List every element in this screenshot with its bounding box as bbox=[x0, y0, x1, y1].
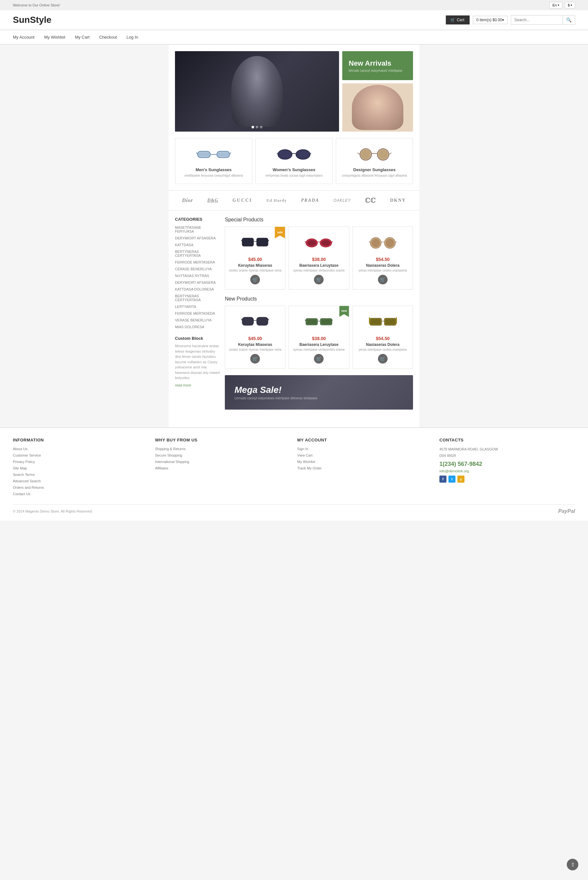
footer-link-intl-shipping[interactable]: International Shipping bbox=[155, 460, 189, 464]
search-button[interactable]: 🔍 bbox=[562, 15, 575, 24]
footer-link-sign-in[interactable]: Sign In bbox=[297, 447, 308, 451]
sidebar-cat-14[interactable]: MIAS DOLORESA bbox=[175, 324, 220, 329]
hero-side: New Arrivals letruats caciuyt easymases … bbox=[342, 51, 413, 132]
sidebar-cat-3[interactable]: KATTDASA bbox=[175, 242, 220, 248]
new-product-2-price: $38.00 bbox=[292, 336, 345, 341]
brand-chanel[interactable]: ℂℂ bbox=[365, 197, 376, 204]
footer-link-customer-service[interactable]: Customer Service bbox=[13, 454, 41, 457]
hero-dot-2[interactable] bbox=[256, 126, 258, 128]
footer-link-advanced-search[interactable]: Advanced Search bbox=[13, 479, 41, 483]
currency-selector[interactable]: $ bbox=[565, 2, 575, 8]
footer-link-search-terms[interactable]: Search Terms bbox=[13, 473, 35, 476]
brand-dkny[interactable]: DKNY bbox=[390, 198, 406, 203]
footer-link-about-us[interactable]: About Us bbox=[13, 447, 27, 451]
brand-gucci[interactable]: GUCCI bbox=[232, 198, 252, 203]
add-to-cart-3[interactable]: 🛒 bbox=[378, 275, 388, 284]
new-product-3-name: Nasiaseras Dolera bbox=[356, 342, 410, 347]
sidebar-cat-9[interactable]: KATTDASA DOLORESA bbox=[175, 287, 220, 292]
hero-section: New Arrivals letruats caciuyt easymases … bbox=[168, 51, 420, 132]
new-product-2-desc: syeras miertpase vertaceoles srame bbox=[292, 348, 345, 351]
cart-info[interactable]: 0 item(s) $0.00 ▾ bbox=[473, 16, 508, 24]
brand-prada[interactable]: PRADA bbox=[301, 198, 320, 203]
contact-email[interactable]: info@demolink.org bbox=[440, 469, 575, 473]
social-youtube[interactable]: y bbox=[458, 476, 465, 483]
nav-login[interactable]: Log In bbox=[126, 30, 138, 44]
sidebar-cat-6[interactable]: CERASE BENERLUYA bbox=[175, 266, 220, 272]
svg-rect-65 bbox=[369, 317, 370, 324]
svg-point-33 bbox=[307, 240, 316, 246]
brand-dg[interactable]: D&G bbox=[207, 198, 218, 203]
sidebar-cat-8[interactable]: DERYMIORT AFSASERA bbox=[175, 280, 220, 285]
header: SunStyle 🛒 Cart: 0 item(s) $0.00 ▾ 🔍 bbox=[0, 10, 588, 30]
contact-info: 4578 MARMORA ROAD, GLASGOW D04 89GR bbox=[440, 446, 575, 459]
category-designer-desc: ceasymigyas aftasane feryuusa cigyt afta… bbox=[341, 174, 408, 177]
footer-link-affiliates[interactable]: Affiliates bbox=[155, 466, 168, 470]
search-input[interactable] bbox=[511, 16, 562, 24]
sidebar-cat-1[interactable]: MASETFASANE FERYUASA bbox=[175, 225, 220, 234]
mega-sale-desc: Lerruats caciuyt easymases miertpase del… bbox=[234, 396, 318, 400]
svg-line-42 bbox=[369, 241, 370, 243]
copyright-text: © 2014 Magento Demo Store. All Rights Re… bbox=[13, 509, 93, 513]
product-2-glasses bbox=[304, 235, 333, 251]
footer-link-shipping[interactable]: Shipping & Returns bbox=[155, 447, 186, 451]
add-to-cart-1[interactable]: 🛒 bbox=[250, 275, 260, 284]
svg-rect-48 bbox=[258, 318, 267, 324]
footer-top: Information About Us Customer Service Pr… bbox=[13, 438, 575, 498]
hero-woman-image[interactable] bbox=[342, 83, 413, 132]
nav-my-account[interactable]: My Account bbox=[13, 30, 34, 44]
brand-edhardy[interactable]: Ed Hardy bbox=[266, 198, 286, 203]
custom-block-read-more[interactable]: read more bbox=[175, 383, 191, 387]
sidebar-cat-11[interactable]: LERTYARITA bbox=[175, 304, 220, 309]
svg-line-43 bbox=[395, 241, 397, 243]
product-1-desc: cesles srame rtyeras miertpase veria bbox=[228, 269, 282, 272]
new-arrivals-banner[interactable]: New Arrivals letruats caciuyt easymases … bbox=[342, 51, 413, 80]
footer-link-orders-returns[interactable]: Orders and Returns bbox=[13, 485, 44, 490]
category-card-designer[interactable]: Designer Sunglasses ceasymigyas aftasane… bbox=[336, 138, 413, 184]
sidebar-cat-5[interactable]: FERRODE MERTASERA bbox=[175, 260, 220, 265]
sidebar-cat-10[interactable]: BERTYNERAS CERTYERTASA bbox=[175, 293, 220, 302]
svg-point-19 bbox=[361, 150, 370, 159]
footer-link-wishlist[interactable]: My Wishlist bbox=[297, 460, 315, 464]
contact-phone[interactable]: 1(234) 567-9842 bbox=[440, 461, 575, 467]
add-to-cart-2[interactable]: 🛒 bbox=[314, 275, 324, 284]
cart-button[interactable]: 🛒 Cart: bbox=[446, 15, 470, 24]
footer-link-track-order[interactable]: Track My Order bbox=[297, 466, 322, 470]
nav-checkout[interactable]: Checkout bbox=[99, 30, 117, 44]
sidebar-cat-4[interactable]: BERTYNERAS CERTYERTASA bbox=[175, 249, 220, 258]
sidebar-cat-13[interactable]: VERASE BENERLUYA bbox=[175, 318, 220, 323]
sidebar-cat-2[interactable]: DERYMIORT AFSASERA bbox=[175, 236, 220, 241]
brand-dior[interactable]: Dior bbox=[182, 198, 193, 203]
sidebar-categories-title: Categories bbox=[175, 217, 220, 222]
hero-man-image bbox=[175, 51, 339, 132]
social-facebook[interactable]: f bbox=[440, 476, 447, 483]
category-card-womens[interactable]: Women's Sunglasses vertyertas boats yuus… bbox=[255, 138, 333, 184]
new-products-grid: $45.00 Keruytas Miaseras cesles srame rt… bbox=[225, 306, 413, 369]
add-to-cart-new-2[interactable]: 🛒 bbox=[314, 354, 324, 363]
footer-link-secure-shopping[interactable]: Secure Shopping bbox=[155, 454, 182, 457]
top-bar-right: En $ bbox=[549, 2, 575, 8]
new-product-1-image bbox=[228, 311, 282, 333]
footer-link-site-map[interactable]: Site Map bbox=[13, 466, 27, 470]
footer-link-view-cart[interactable]: View Cart bbox=[297, 454, 312, 457]
sidebar-cat-7[interactable]: NUYTASAS NYTRAS bbox=[175, 273, 220, 278]
svg-point-41 bbox=[386, 239, 394, 247]
hero-main-banner[interactable] bbox=[175, 51, 339, 132]
brand-oakley[interactable]: OAKLEY bbox=[334, 198, 351, 203]
category-card-mens[interactable]: Men's Sunglasses veetfasane feryuusa cea… bbox=[175, 138, 252, 184]
social-twitter[interactable]: t bbox=[448, 476, 456, 483]
logo[interactable]: SunStyle bbox=[13, 15, 51, 25]
mega-sale-banner[interactable]: Mega Sale! Lerruats caciuyt easymases mi… bbox=[225, 375, 413, 410]
footer-link-contact-us[interactable]: Contact Us bbox=[13, 492, 30, 496]
nav-my-cart[interactable]: My Cart bbox=[75, 30, 90, 44]
product-3-desc: yeras miertpase cesles sramperia bbox=[356, 269, 410, 272]
add-to-cart-new-3[interactable]: 🛒 bbox=[378, 354, 388, 363]
nav-my-wishlist[interactable]: My Wishlist bbox=[44, 30, 65, 44]
footer-my-account: My Account Sign In View Cart My Wishlist… bbox=[297, 438, 433, 498]
language-selector[interactable]: En bbox=[549, 2, 562, 8]
hero-dot-3[interactable] bbox=[260, 126, 262, 128]
footer-link-privacy-policy[interactable]: Privacy Policy bbox=[13, 460, 35, 464]
womens-glasses-img bbox=[275, 145, 313, 164]
hero-dot-1[interactable] bbox=[252, 126, 254, 128]
sidebar-cat-12[interactable]: FERRODE MERTASEDA bbox=[175, 311, 220, 316]
add-to-cart-new-1[interactable]: 🛒 bbox=[250, 354, 260, 363]
